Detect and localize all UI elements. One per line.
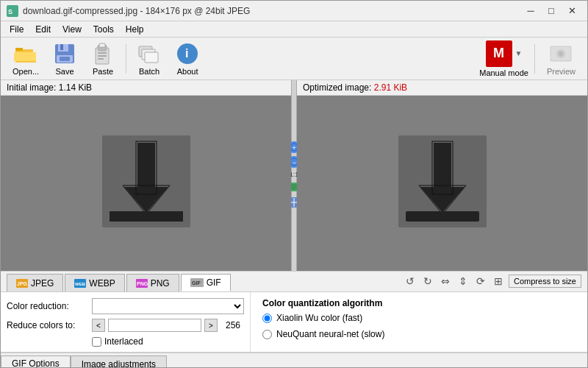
format-tabs-right: ↺ ↻ ⇔ ⇕ ⟳ ⊞ Compress to size: [403, 274, 581, 291]
save-button[interactable]: Save: [46, 39, 83, 79]
menu-edit[interactable]: Edit: [29, 21, 57, 37]
paste-label: Paste: [93, 67, 113, 76]
undo-icon[interactable]: ↺: [403, 274, 417, 289]
preview-button[interactable]: Preview: [541, 39, 581, 79]
menu-file[interactable]: File: [4, 21, 29, 37]
interlaced-row: Interlaced: [92, 336, 244, 347]
svg-text:−: −: [293, 159, 296, 166]
menu-help[interactable]: Help: [120, 21, 150, 37]
svg-rect-4: [15, 48, 23, 51]
manual-mode-arrow: ▼: [515, 49, 523, 57]
manual-mode-button[interactable]: M ▼ Manual mode: [479, 40, 528, 77]
about-label: About: [177, 67, 198, 76]
app-icon: S: [7, 5, 18, 17]
reduce-colors-label: Reduce colors to:: [7, 320, 87, 330]
optimized-image-svg: [391, 132, 494, 235]
open-button[interactable]: Open...: [7, 39, 45, 79]
radio-xiaolin[interactable]: [262, 314, 272, 323]
bottom-tab-gif-options[interactable]: GIF Options: [1, 355, 71, 368]
svg-rect-30: [110, 211, 183, 222]
menu-tools[interactable]: Tools: [87, 21, 120, 37]
title-bar-left: S download.gif-compressed.jpg - 184×176 …: [7, 5, 250, 17]
slider-more-icon: >: [209, 322, 213, 330]
batch-icon: [137, 42, 161, 66]
crop-icon[interactable]: ⊞: [491, 274, 506, 289]
flip-h-icon[interactable]: ⇔: [438, 274, 453, 289]
image-area: Initial image: 1.14 KiB +: [1, 80, 587, 272]
optimized-image-canvas: [297, 96, 587, 271]
save-icon: [53, 42, 76, 66]
svg-rect-8: [60, 44, 63, 50]
rotate-icon[interactable]: ⟳: [473, 274, 488, 289]
batch-button[interactable]: Batch: [131, 39, 168, 79]
reduce-colors-row: Reduce colors to: < > 256: [7, 319, 244, 332]
toolbar-sep2: [534, 44, 535, 74]
svg-rect-5: [14, 52, 36, 61]
about-svg: i: [176, 42, 199, 66]
paste-button[interactable]: Paste: [85, 39, 121, 79]
menu-view[interactable]: View: [57, 21, 87, 37]
bottom-tab-image-adjustments[interactable]: Image adjustments: [71, 355, 167, 368]
optimized-image-label: Optimized image: 2.91 KiB: [297, 80, 587, 96]
radio-xiaolin-row: Xiaolin Wu color (fast): [262, 313, 576, 323]
tab-png[interactable]: PNG PNG: [126, 274, 179, 291]
close-button[interactable]: ✕: [562, 4, 581, 18]
image-adjustments-label: Image adjustments: [82, 359, 156, 369]
open-icon: [14, 42, 37, 66]
options-right: Color quantization algorithm Xiaolin Wu …: [251, 292, 587, 352]
initial-image-label: Initial image: 1.14 KiB: [1, 80, 291, 96]
svg-text:PNG: PNG: [137, 281, 148, 286]
svg-rect-16: [98, 58, 104, 60]
radio-neuquant[interactable]: [262, 330, 272, 339]
manual-mode-label: Manual mode: [479, 68, 528, 77]
initial-image-panel: Initial image: 1.14 KiB: [1, 80, 291, 271]
optimized-image-panel: Optimized image: 2.91 KiB: [297, 80, 587, 271]
color-reduction-select[interactable]: [92, 298, 244, 314]
menu-bar: File Edit View Tools Help: [1, 21, 587, 38]
toolbar-separator: [126, 44, 126, 74]
tab-webp[interactable]: WEB WEBP: [65, 274, 124, 291]
preview-svg: [549, 42, 573, 66]
radio-neuquant-row: NeuQuant neural-net (slow): [262, 329, 576, 339]
svg-rect-47: [406, 211, 479, 222]
save-svg: [53, 42, 76, 66]
slider-decrease-button[interactable]: <: [92, 319, 105, 332]
title-bar-controls: ─ □ ✕: [521, 4, 581, 18]
gif-options-label: GIF Options: [12, 358, 60, 368]
svg-rect-32: [177, 211, 183, 222]
interlaced-label[interactable]: Interlaced: [104, 336, 143, 347]
about-button[interactable]: i About: [169, 39, 206, 79]
paste-svg: [91, 42, 115, 66]
open-folder-svg: [14, 42, 37, 66]
quantization-title: Color quantization algorithm: [262, 298, 576, 308]
minimize-button[interactable]: ─: [521, 4, 540, 18]
tab-jpeg[interactable]: JPG JPEG: [7, 274, 63, 291]
slider-increase-button[interactable]: >: [204, 319, 218, 332]
color-slider[interactable]: [108, 319, 201, 332]
toolbar: Open... Save Paste: [1, 38, 587, 80]
initial-image-canvas: [1, 96, 291, 271]
initial-image-svg: [95, 132, 198, 235]
maximize-button[interactable]: □: [542, 4, 561, 18]
color-reduction-label: Color reduction:: [7, 301, 87, 311]
svg-rect-19: [145, 52, 158, 63]
svg-rect-10: [60, 57, 70, 61]
radio-xiaolin-label[interactable]: Xiaolin Wu color (fast): [276, 313, 362, 323]
tab-gif[interactable]: GIF GIF: [181, 274, 231, 291]
options-left: Color reduction: Reduce colors to: < > 2…: [1, 292, 251, 352]
svg-rect-14: [98, 52, 107, 54]
png-label: PNG: [151, 278, 170, 289]
compress-button[interactable]: Compress to size: [509, 275, 581, 288]
radio-neuquant-label[interactable]: NeuQuant neural-net (slow): [276, 329, 384, 339]
svg-rect-38: [291, 184, 297, 190]
bottom-tabs: GIF Options Image adjustments: [1, 353, 587, 368]
manual-badge: M: [486, 40, 512, 67]
svg-rect-15: [98, 55, 107, 57]
svg-text:WEB: WEB: [75, 282, 86, 286]
title-text: download.gif-compressed.jpg - 184×176 px…: [23, 6, 250, 16]
redo-icon[interactable]: ↻: [420, 274, 435, 289]
flip-v-icon[interactable]: ⇕: [456, 274, 470, 289]
interlaced-checkbox[interactable]: [92, 337, 101, 347]
svg-text:S: S: [8, 8, 12, 15]
optimized-size: 2.91 KiB: [374, 82, 407, 93]
